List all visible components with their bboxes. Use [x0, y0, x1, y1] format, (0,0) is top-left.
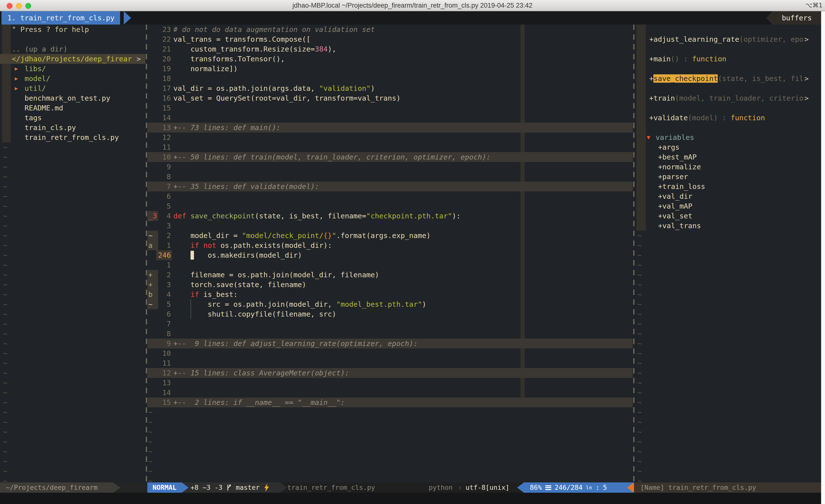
code-line[interactable]: 6: [147, 191, 633, 201]
tag-entry-val_mAP[interactable]: +val_mAP: [635, 201, 821, 211]
empty-line-tilde: ~: [3, 329, 7, 339]
code-line[interactable]: +3 torch.save(state, filename): [147, 280, 633, 289]
code-line[interactable]: _34def save_checkpoint(state, is_best, f…: [147, 211, 633, 221]
code-line[interactable]: 5: [147, 201, 633, 211]
indent-guide-line: [191, 309, 191, 319]
nerdtree-item-train-cls-py[interactable]: train_cls.py: [0, 123, 145, 133]
tag-entry-save_checkpoint[interactable]: +save_checkpoint(state, is_best, fil>: [635, 74, 821, 83]
code-line[interactable]: 18: [147, 74, 633, 83]
chevron-right-icon[interactable]: ▶: [15, 64, 18, 74]
code-line[interactable]: 6 shutil.copyfile(filename, src): [147, 309, 633, 319]
empty-line-tilde: ~: [148, 446, 152, 456]
tag-entry-val_set[interactable]: +val_set: [635, 211, 821, 221]
code-line[interactable]: 21 custom_transform.Resize(size=384),: [147, 44, 633, 54]
nerdtree-item-train-retr-from-cls-py[interactable]: train_retr_from_cls.py: [0, 133, 145, 142]
window-separator-right[interactable]: [633, 24, 634, 482]
nerdtree-item-tags[interactable]: tags: [0, 113, 145, 123]
code-editor-window[interactable]: 23# do not do data augmentation on valid…: [147, 24, 633, 482]
tag-entry-main[interactable]: +main() : function: [635, 54, 821, 64]
tag-entry-normalize[interactable]: +normalize: [635, 162, 821, 172]
tag-entry-val_trans[interactable]: +val_trans: [635, 221, 821, 231]
folded-code-line[interactable]: 9+-- 9 lines: def adjust_learning_rate(o…: [147, 339, 633, 348]
tag-name: +val_trans: [658, 221, 701, 231]
syntax-token: [186, 212, 190, 220]
code-line[interactable]: 10: [147, 348, 633, 358]
window-separator-left[interactable]: [146, 24, 147, 482]
git-hunks-summary: +8 ~3 -3: [191, 482, 222, 493]
nerdtree-up-dir-label: .. (up a dir): [12, 44, 68, 54]
vim-command-line[interactable]: [0, 493, 825, 504]
line-number: 18: [147, 74, 171, 83]
code-line[interactable]: 17val_dir = os.path.join(args.data, "val…: [147, 83, 633, 93]
code-line[interactable]: 14: [147, 113, 633, 123]
folded-code-line[interactable]: 10+-- 50 lines: def train(model, train_l…: [147, 152, 633, 162]
nerdtree-empty-line: ~: [0, 378, 145, 388]
syntax-token: filename = os.path.join(model_dir, filen…: [173, 271, 379, 279]
code-line[interactable]: a1 if not os.path.exists(model_dir):: [147, 241, 633, 250]
truncation-arrow-icon: >: [137, 54, 141, 64]
tag-entry-train_loss[interactable]: +train_loss: [635, 182, 821, 191]
line-number: 246: [147, 250, 171, 260]
code-line[interactable]: 13: [147, 378, 633, 388]
code-line[interactable]: 8: [147, 329, 633, 339]
tag-entry-adjust_learning_rate[interactable]: +adjust_learning_rate(optimizer, epo>: [635, 34, 821, 44]
nerdtree-item-README-md[interactable]: README.md: [0, 103, 145, 113]
code-line[interactable]: ~2 model_dir = "model/check_point/{}".fo…: [147, 231, 633, 241]
code-line[interactable]: 16val_set = QuerySet(root=val_dir, trans…: [147, 93, 633, 103]
tab-train-retr-from-cls[interactable]: 1. train_retr_from_cls.py: [1, 11, 120, 24]
code-line[interactable]: 14: [147, 388, 633, 398]
code-line[interactable]: 8: [147, 172, 633, 182]
code-line[interactable]: 20 transforms.ToTensor(),: [147, 54, 633, 64]
code-line[interactable]: 11: [147, 142, 633, 152]
syntax-token: src = os.path.join(model_dir,: [173, 300, 336, 309]
code-line[interactable]: 246 os.makedirs(model_dir): [147, 250, 633, 260]
nerdtree-empty-line: ~: [0, 270, 145, 280]
tag-entry-args[interactable]: +args: [635, 142, 821, 152]
code-line[interactable]: 9: [147, 162, 633, 172]
code-line[interactable]: 3: [147, 221, 633, 231]
tag-entry-parser[interactable]: +parser: [635, 172, 821, 182]
folded-code-line[interactable]: 12+-- 15 lines: class AverageMeter(objec…: [147, 368, 633, 378]
code-line[interactable]: 12: [147, 133, 633, 142]
syntax-token: ):: [452, 212, 461, 220]
code-line[interactable]: b4 if is_best:: [147, 289, 633, 300]
nerdtree-empty-line: ~: [0, 348, 145, 358]
nerdtree-root-path[interactable]: </jdhao/Projects/deep_firear>: [0, 54, 145, 64]
tag-signature: (model, train_loader, criterio: [675, 94, 804, 102]
tag-entry-validate[interactable]: +validate(model) : function: [635, 113, 821, 123]
folded-code-line[interactable]: 13+-- 73 lines: def main():: [147, 123, 633, 133]
code-line[interactable]: 1: [147, 260, 633, 270]
nerdtree-item-model[interactable]: ▶model/: [0, 74, 145, 83]
nerdtree-item-libs[interactable]: ▶libs/: [0, 64, 145, 74]
syntax-token: os.path.exists(model_dir):: [216, 241, 332, 250]
syntax-token: if: [191, 290, 199, 299]
tagbar-empty-line: ~: [635, 417, 821, 427]
tag-entry-train[interactable]: +train(model, train_loader, criterio>: [635, 93, 821, 103]
tag-name: +best_mAP: [658, 152, 696, 162]
nerdtree-up-dir[interactable]: .. (up a dir): [0, 44, 145, 54]
folded-code-line[interactable]: 15+-- 2 lines: if __name__ == "__main__"…: [147, 398, 633, 407]
code-line[interactable]: 23# do not do data augmentation on valid…: [147, 24, 633, 34]
folded-code-line[interactable]: 7+-- 35 lines: def validate(model):: [147, 182, 633, 191]
code-line[interactable]: 15: [147, 103, 633, 113]
syntax-token: {}: [323, 231, 332, 240]
terminal-scrollbar[interactable]: [821, 11, 825, 504]
tag-entry-best_mAP[interactable]: +best_mAP: [635, 152, 821, 162]
empty-line-tilde: ~: [638, 348, 642, 358]
line-number: 6: [147, 309, 171, 319]
tagbar-empty-line: ~: [635, 280, 821, 289]
nerdtree-item-util[interactable]: ▶util/: [0, 83, 145, 93]
code-line[interactable]: 22val_trans = transforms.Compose([: [147, 34, 633, 44]
chevron-right-icon[interactable]: ▶: [15, 74, 18, 83]
tagbar-section-variables[interactable]: ▼variables: [635, 133, 821, 142]
tag-entry-val_dir[interactable]: +val_dir: [635, 191, 821, 201]
chevron-right-icon[interactable]: ▶: [15, 83, 18, 93]
code-line[interactable]: 7: [147, 319, 633, 329]
fold-open-triangle-icon[interactable]: ▼: [647, 133, 650, 142]
code-line[interactable]: 11: [147, 358, 633, 368]
nerdtree-item-benchmark-on-test-py[interactable]: benchmark_on_test.py: [0, 93, 145, 103]
code-line[interactable]: 19 normalize]): [147, 64, 633, 74]
git-branch-name: master: [236, 482, 260, 493]
code-line[interactable]: ~5 src = os.path.join(model_dir, "model_…: [147, 300, 633, 309]
code-line[interactable]: +2 filename = os.path.join(model_dir, fi…: [147, 270, 633, 280]
